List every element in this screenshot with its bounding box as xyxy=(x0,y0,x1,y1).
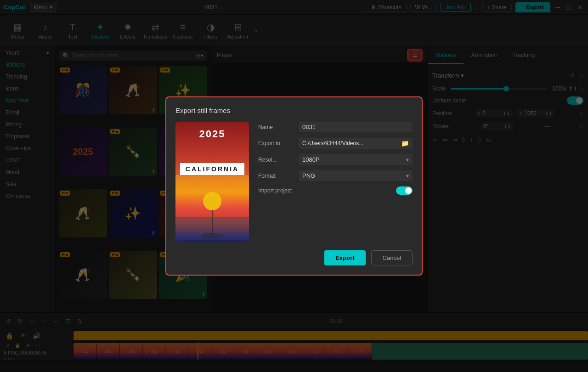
export-path-value: C:/Users/93444/Videos... xyxy=(302,140,363,147)
modal-cancel-button[interactable]: Cancel xyxy=(371,250,413,265)
format-value: PNG xyxy=(302,172,315,179)
modal-footer: Export Cancel xyxy=(175,250,413,265)
name-input-wrap[interactable] xyxy=(299,122,413,132)
export-path-field[interactable]: C:/Users/93444/Videos... 📁 xyxy=(299,138,413,149)
import-project-row: Import project xyxy=(258,186,413,195)
export-to-row: Export to C:/Users/93444/Videos... 📁 xyxy=(258,138,413,149)
modal-title: Export still frames xyxy=(175,107,413,114)
modal-form: Name Export to C:/Users/93444/Videos... … xyxy=(258,122,413,241)
modal-export-button[interactable]: Export xyxy=(324,250,365,265)
format-label: Format xyxy=(258,173,295,179)
format-arrow: ▾ xyxy=(406,173,409,179)
name-input[interactable] xyxy=(302,124,409,130)
format-row: Format PNG ▾ xyxy=(258,170,413,181)
resolution-value: 1080P xyxy=(302,156,320,163)
modal-overlay: Export still frames 2025 CALIFORNIA xyxy=(0,0,588,372)
name-row: Name xyxy=(258,122,413,132)
export-modal: Export still frames 2025 CALIFORNIA xyxy=(165,96,423,276)
modal-preview: 2025 CALIFORNIA xyxy=(175,122,249,241)
format-select[interactable]: PNG ▾ xyxy=(299,170,413,181)
resolution-row: Resol... 1080P ▾ xyxy=(258,154,413,165)
modal-preview-year: 2025 xyxy=(199,128,226,140)
export-to-label: Export to xyxy=(258,140,295,147)
modal-preview-california: CALIFORNIA xyxy=(180,163,245,175)
resolution-select[interactable]: 1080P ▾ xyxy=(299,154,413,165)
modal-preview-sunset xyxy=(175,175,249,241)
folder-icon[interactable]: 📁 xyxy=(401,140,409,147)
svg-point-8 xyxy=(201,233,224,238)
name-label: Name xyxy=(258,124,295,130)
svg-point-5 xyxy=(203,192,221,210)
import-project-label: Import project xyxy=(258,187,295,194)
import-project-toggle[interactable] xyxy=(396,186,413,195)
resolution-arrow: ▾ xyxy=(406,157,409,163)
modal-sunset-svg xyxy=(175,175,249,241)
resolution-label: Resol... xyxy=(258,157,295,163)
modal-body: 2025 CALIFORNIA xyxy=(175,122,413,241)
